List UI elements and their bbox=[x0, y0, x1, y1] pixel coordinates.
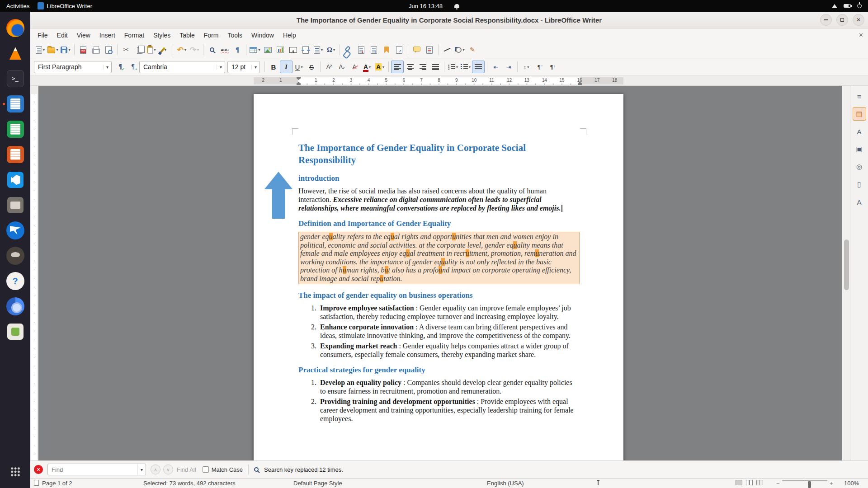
clock[interactable]: Jun 16 13:48 bbox=[409, 3, 443, 9]
ordered-list-button[interactable]: ▾ bbox=[459, 61, 472, 73]
no-list-button[interactable] bbox=[472, 61, 485, 73]
insert-endnote-button[interactable] bbox=[368, 43, 380, 56]
vertical-scrollbar[interactable] bbox=[843, 86, 850, 460]
single-page-view-button[interactable] bbox=[736, 480, 742, 485]
find-and-replace-button[interactable] bbox=[206, 43, 218, 56]
close-document-icon[interactable]: ✕ bbox=[859, 32, 863, 38]
match-case-checkbox[interactable] bbox=[203, 466, 209, 473]
insert-mode-icon[interactable] bbox=[598, 480, 599, 485]
insert-footnote-button[interactable] bbox=[355, 43, 368, 56]
font-name-dropdown-icon[interactable]: ▾ bbox=[217, 65, 225, 70]
basic-shapes-dropdown-icon[interactable]: ▾ bbox=[462, 48, 464, 52]
insert-chart-button[interactable] bbox=[274, 43, 287, 56]
dock-vscode[interactable] bbox=[2, 167, 28, 192]
dock-show-apps[interactable] bbox=[2, 459, 28, 484]
dock-calc[interactable] bbox=[2, 117, 28, 142]
open-file-button[interactable]: ▾ bbox=[47, 43, 59, 56]
current-app-menu[interactable]: LibreOffice Writer bbox=[38, 2, 92, 9]
highlight-color-dropdown-icon[interactable]: ▾ bbox=[382, 65, 384, 69]
show-draw-functions-button[interactable]: ✎ bbox=[466, 43, 479, 56]
gallery-icon[interactable]: ▣ bbox=[853, 142, 866, 156]
paragraph-style-combo[interactable]: First Paragraph▾ bbox=[34, 61, 112, 73]
dock-help[interactable]: ? bbox=[2, 268, 28, 294]
menu-tools[interactable]: Tools bbox=[223, 30, 247, 41]
redo-dropdown-icon[interactable]: ▾ bbox=[197, 48, 199, 52]
insert-textbox-button[interactable] bbox=[287, 43, 299, 56]
clone-formatting-button[interactable]: ▾ bbox=[158, 43, 170, 56]
line-spacing-dropdown-icon[interactable]: ▾ bbox=[527, 65, 529, 69]
insert-hyperlink-button[interactable] bbox=[342, 43, 355, 56]
highlight-color-button[interactable]: A▾ bbox=[373, 61, 386, 73]
unordered-list-button[interactable]: ▾ bbox=[447, 61, 459, 73]
insert-comment-button[interactable] bbox=[410, 43, 423, 56]
find-combo[interactable]: ▾ bbox=[47, 464, 146, 475]
line-spacing-button[interactable]: ↕▾ bbox=[520, 61, 533, 73]
cut-button[interactable]: ✂ bbox=[120, 43, 132, 56]
menu-window[interactable]: Window bbox=[247, 30, 278, 41]
zoom-slider[interactable] bbox=[782, 480, 827, 481]
increase-indent-button[interactable]: ⇥ bbox=[502, 61, 515, 73]
unordered-list-dropdown-icon[interactable]: ▾ bbox=[456, 65, 458, 69]
close-button[interactable]: ✕ bbox=[853, 14, 864, 26]
underline-dropdown-icon[interactable]: ▾ bbox=[301, 65, 302, 69]
page-icon[interactable]: ▯ bbox=[853, 178, 866, 191]
power-icon[interactable] bbox=[857, 4, 862, 8]
spelling-button[interactable]: ABC bbox=[218, 43, 231, 56]
network-icon[interactable] bbox=[832, 4, 837, 8]
multi-page-view-button[interactable] bbox=[746, 480, 753, 485]
font-color-dropdown-icon[interactable]: ▾ bbox=[369, 65, 371, 69]
battery-icon[interactable] bbox=[844, 4, 851, 8]
word-count[interactable]: Selected: 73 words, 492 characters bbox=[143, 480, 236, 487]
align-right-button[interactable] bbox=[416, 61, 429, 73]
paragraph-style-dropdown-icon[interactable]: ▾ bbox=[103, 65, 111, 70]
document-canvas[interactable]: The Importance of Gender Equality in Cor… bbox=[38, 86, 842, 460]
basic-shapes-button[interactable]: ▾ bbox=[453, 43, 466, 56]
dock-thunderbird[interactable] bbox=[2, 218, 28, 243]
decrease-indent-button[interactable]: ⇤ bbox=[490, 61, 502, 73]
undo-button[interactable]: ↶▾ bbox=[175, 43, 188, 56]
insert-table-dropdown-icon[interactable]: ▾ bbox=[258, 48, 260, 52]
copy-button[interactable] bbox=[132, 43, 145, 56]
dock-firefox[interactable] bbox=[2, 15, 28, 41]
paste-dropdown-icon[interactable]: ▾ bbox=[154, 48, 156, 52]
zoom-percent[interactable]: 100% bbox=[844, 480, 859, 487]
open-file-dropdown-icon[interactable]: ▾ bbox=[56, 48, 58, 52]
redo-button[interactable]: ↷▾ bbox=[188, 43, 201, 56]
new-style-button[interactable]: ¶ bbox=[127, 61, 139, 73]
decrease-paragraph-spacing-button[interactable]: ¶ bbox=[545, 61, 558, 73]
properties-icon[interactable]: ▤ bbox=[853, 107, 866, 121]
zoom-in-button[interactable]: + bbox=[830, 480, 833, 487]
vertical-ruler[interactable] bbox=[30, 86, 38, 460]
dock-terminal[interactable]: >_ bbox=[2, 66, 28, 91]
zoom-out-button[interactable]: − bbox=[776, 480, 780, 487]
dock-vlc[interactable] bbox=[2, 41, 28, 66]
strikethrough-button[interactable]: S bbox=[305, 61, 318, 73]
dock-impress[interactable] bbox=[2, 142, 28, 167]
align-left-button[interactable] bbox=[391, 61, 404, 73]
formatting-marks-button[interactable]: ¶ bbox=[231, 43, 244, 56]
up-arrow-shape[interactable] bbox=[264, 172, 292, 219]
menu-file[interactable]: File bbox=[33, 30, 52, 41]
menu-styles[interactable]: Styles bbox=[149, 30, 175, 41]
insert-special-character-dropdown-icon[interactable]: ▾ bbox=[333, 48, 335, 52]
menu-insert[interactable]: Insert bbox=[95, 30, 120, 41]
font-color-button[interactable]: A▾ bbox=[361, 61, 373, 73]
notification-bell-icon[interactable] bbox=[454, 4, 459, 8]
print-button[interactable] bbox=[90, 43, 102, 56]
align-center-button[interactable] bbox=[404, 61, 416, 73]
find-next-button[interactable]: ∨ bbox=[163, 465, 173, 474]
insert-field-dropdown-icon[interactable]: ▾ bbox=[321, 48, 323, 52]
new-document-dropdown-icon[interactable]: ▾ bbox=[43, 48, 45, 52]
activities-button[interactable]: Activities bbox=[6, 3, 29, 9]
insert-page-break-button[interactable] bbox=[299, 43, 312, 56]
font-size-dropdown-icon[interactable]: ▾ bbox=[251, 65, 259, 70]
insert-special-character-button[interactable]: Ω▾ bbox=[325, 43, 337, 56]
close-find-bar-button[interactable]: ✕ bbox=[34, 465, 43, 474]
zoom-slider-thumb[interactable] bbox=[808, 481, 811, 488]
print-preview-button[interactable] bbox=[102, 43, 115, 56]
dock-gimp[interactable] bbox=[2, 243, 28, 268]
find-and-replace-icon[interactable] bbox=[254, 467, 259, 472]
menu-form[interactable]: Form bbox=[199, 30, 223, 41]
menu-table[interactable]: Table bbox=[175, 30, 199, 41]
text-language[interactable]: English (USA) bbox=[487, 480, 524, 487]
